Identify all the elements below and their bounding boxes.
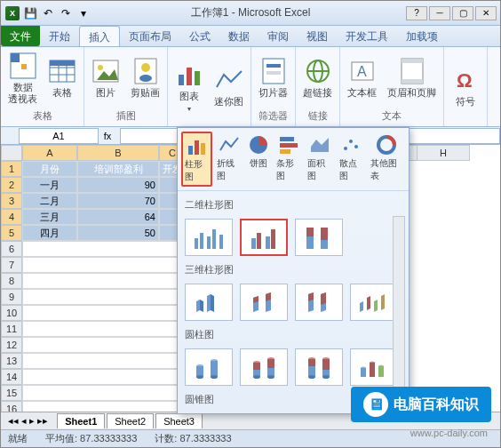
chart-thumb-100-stacked-column[interactable] (295, 219, 343, 256)
chart-thumb-clustered-column[interactable] (185, 219, 233, 256)
row-header[interactable]: 3 (1, 193, 22, 209)
cell[interactable] (22, 321, 186, 337)
cell[interactable]: 90 (77, 177, 159, 193)
cell[interactable] (22, 369, 186, 385)
chart-type-label: 面积图 (307, 157, 331, 182)
cell[interactable]: 四月 (22, 225, 77, 241)
row-header[interactable]: 2 (1, 177, 22, 193)
row-header[interactable]: 7 (1, 257, 22, 273)
tab-insert[interactable]: 插入 (79, 26, 120, 46)
sheet-tab[interactable]: Sheet2 (107, 413, 154, 428)
cell[interactable] (22, 241, 186, 257)
symbol-button[interactable]: Ω 符号 (448, 64, 483, 109)
chart-type-column[interactable]: 柱形图 (181, 132, 212, 187)
cell[interactable] (22, 273, 186, 289)
cell[interactable]: 70 (77, 193, 159, 209)
row-header[interactable]: 4 (1, 209, 22, 225)
redo-icon[interactable]: ↷ (58, 5, 74, 21)
tab-home[interactable]: 开始 (40, 26, 79, 46)
row-header[interactable]: 1 (1, 161, 22, 177)
tab-review[interactable]: 审阅 (258, 26, 298, 46)
chart-type-scatter[interactable]: 散点图 (337, 132, 366, 187)
slicer-button[interactable]: 切片器 (255, 55, 291, 100)
cell[interactable] (22, 289, 186, 305)
headerfooter-button[interactable]: 页眉和页脚 (384, 55, 440, 100)
row-header[interactable]: 8 (1, 273, 22, 289)
chart-type-bar[interactable]: 条形图 (274, 132, 303, 187)
chart-thumb-3d-clustered[interactable] (185, 284, 233, 321)
cell[interactable]: 一月 (22, 177, 77, 193)
row-header[interactable]: 13 (1, 353, 22, 369)
cell[interactable]: 培训部盈利 (77, 161, 159, 177)
svg-point-88 (308, 375, 315, 379)
row-header[interactable]: 6 (1, 241, 22, 257)
row-header[interactable]: 14 (1, 369, 22, 385)
group-text-label: 文本 (344, 108, 440, 124)
picture-button[interactable]: 图片 (88, 55, 123, 100)
pivottable-button[interactable]: 数据 透视表 (4, 50, 41, 107)
tab-addins[interactable]: 加载项 (397, 26, 447, 46)
maximize-icon[interactable]: ▢ (452, 6, 473, 20)
row-header[interactable]: 10 (1, 305, 22, 321)
cell[interactable]: 50 (77, 225, 159, 241)
tab-file[interactable]: 文件 (1, 26, 40, 46)
cell[interactable] (22, 385, 186, 401)
chart-thumb-cylinder-1[interactable] (185, 348, 233, 386)
svg-point-39 (349, 140, 353, 143)
save-icon[interactable]: 💾 (22, 5, 38, 21)
close-icon[interactable]: ✕ (475, 6, 497, 20)
tab-pagelayout[interactable]: 页面布局 (120, 26, 180, 46)
col-header[interactable]: H (417, 145, 470, 161)
row-header[interactable]: 11 (1, 321, 22, 337)
textbox-button[interactable]: A 文本框 (344, 55, 380, 100)
name-box[interactable]: A1 (19, 128, 99, 144)
minimize-icon[interactable]: ─ (429, 6, 450, 20)
undo-icon[interactable]: ↶ (40, 5, 56, 21)
chart-type-line[interactable]: 折线图 (214, 132, 243, 187)
chart-type-pie[interactable]: 饼图 (245, 132, 272, 187)
help-icon[interactable]: ? (406, 6, 427, 20)
cell[interactable] (22, 353, 186, 369)
tab-view[interactable]: 视图 (298, 26, 337, 46)
chart-thumb-cylinder-4[interactable] (350, 348, 398, 386)
row-header[interactable]: 15 (1, 385, 22, 401)
chart-button[interactable]: 图表 ▾ (171, 59, 207, 114)
tab-dev[interactable]: 开发工具 (337, 26, 397, 46)
cell[interactable]: 二月 (22, 193, 77, 209)
quick-access-toolbar: X 💾 ↶ ↷ ▾ (1, 5, 91, 21)
row-header[interactable]: 5 (1, 225, 22, 241)
chart-thumb-3d-stacked[interactable] (240, 284, 288, 321)
col-header[interactable]: A (22, 145, 77, 161)
cell[interactable]: 64 (77, 209, 159, 225)
sheet-tab[interactable]: Sheet3 (155, 413, 203, 428)
qat-dropdown[interactable]: ▾ (76, 5, 91, 21)
col-header[interactable]: B (77, 145, 159, 161)
cell[interactable] (22, 337, 186, 353)
chart-thumb-cylinder-2[interactable] (240, 348, 288, 386)
chart-thumb-cylinder-3[interactable] (295, 348, 343, 386)
cell[interactable] (22, 257, 186, 273)
chart-thumb-stacked-column[interactable] (240, 219, 288, 256)
svg-rect-8 (50, 60, 75, 66)
excel-icon[interactable]: X (4, 5, 20, 21)
table-button[interactable]: 表格 (44, 55, 80, 100)
tab-data[interactable]: 数据 (219, 26, 258, 46)
select-all-corner[interactable] (1, 145, 22, 161)
row-header[interactable]: 12 (1, 337, 22, 353)
chart-type-area[interactable]: 面积图 (305, 132, 334, 187)
clipart-button[interactable]: 剪贴画 (127, 55, 163, 100)
hyperlink-button[interactable]: 超链接 (299, 55, 336, 100)
chart-type-other[interactable]: 其他图表 (368, 132, 405, 187)
sparkline-button[interactable]: 迷你图 (211, 64, 247, 109)
cell[interactable]: 三月 (22, 209, 77, 225)
sheet-tab[interactable]: Sheet1 (57, 413, 105, 428)
chart-thumb-3d-100stacked[interactable] (295, 284, 343, 321)
sheet-nav-icons[interactable]: ◂◂ ◂ ▸ ▸▸ (1, 415, 55, 427)
chart-thumb-3d-column[interactable] (350, 284, 398, 321)
tab-formulas[interactable]: 公式 (180, 26, 219, 46)
cell[interactable]: 月份 (22, 161, 77, 177)
fx-icon[interactable]: fx (99, 131, 116, 141)
cell[interactable] (22, 305, 186, 321)
scrollbar[interactable] (393, 216, 405, 410)
row-header[interactable]: 9 (1, 289, 22, 305)
